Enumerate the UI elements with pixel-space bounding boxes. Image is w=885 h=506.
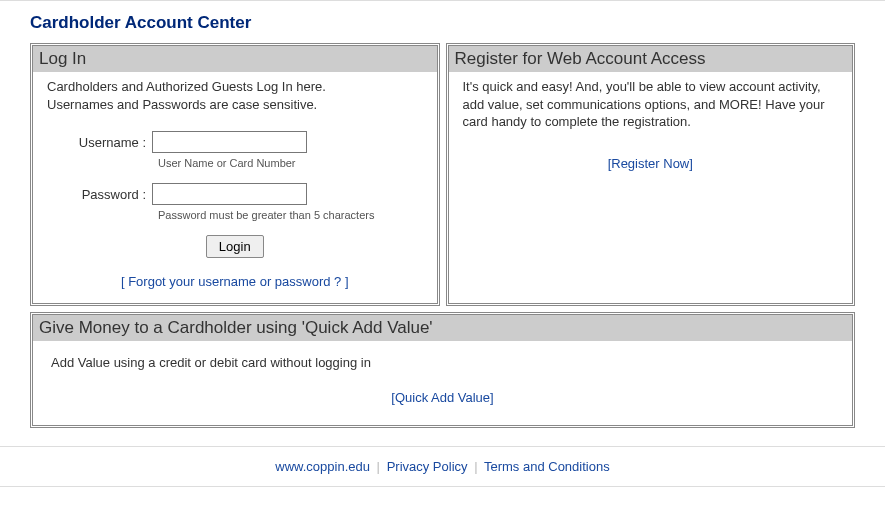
footer-link-privacy[interactable]: Privacy Policy — [387, 459, 468, 474]
register-now-link[interactable]: [Register Now] — [608, 156, 693, 171]
login-panel: Log In Cardholders and Authorized Guests… — [30, 43, 440, 306]
panels-grid: Log In Cardholders and Authorized Guests… — [30, 43, 855, 428]
login-button-row: Login — [47, 235, 423, 258]
username-row: Username : — [47, 131, 423, 153]
quick-add-header: Give Money to a Cardholder using 'Quick … — [33, 315, 852, 341]
top-panels-row: Log In Cardholders and Authorized Guests… — [30, 43, 855, 306]
username-input[interactable] — [152, 131, 307, 153]
quick-add-text: Add Value using a credit or debit card w… — [51, 355, 834, 370]
page-title: Cardholder Account Center — [30, 13, 855, 33]
quick-add-body: Add Value using a credit or debit card w… — [33, 341, 852, 425]
login-body: Cardholders and Authorized Guests Log In… — [33, 72, 437, 303]
register-body: It's quick and easy! And, you'll be able… — [449, 72, 853, 186]
register-link-row: [Register Now] — [463, 155, 839, 173]
quick-add-panel: Give Money to a Cardholder using 'Quick … — [30, 312, 855, 428]
footer: www.coppin.edu | Privacy Policy | Terms … — [0, 447, 885, 487]
login-instruction-line2: Usernames and Passwords are case sensiti… — [47, 96, 423, 114]
forgot-link[interactable]: [ Forgot your username or password ? ] — [121, 274, 349, 289]
login-instructions: Cardholders and Authorized Guests Log In… — [47, 78, 423, 113]
register-panel: Register for Web Account Access It's qui… — [446, 43, 856, 306]
main-content: Cardholder Account Center Log In Cardhol… — [0, 1, 885, 447]
login-instruction-line1: Cardholders and Authorized Guests Log In… — [47, 78, 423, 96]
quick-add-value-link[interactable]: [Quick Add Value] — [391, 390, 493, 405]
footer-separator: | — [474, 459, 477, 474]
footer-separator: | — [377, 459, 380, 474]
login-header: Log In — [33, 46, 437, 72]
quick-add-link-row: [Quick Add Value] — [51, 390, 834, 405]
register-header: Register for Web Account Access — [449, 46, 853, 72]
footer-link-terms[interactable]: Terms and Conditions — [484, 459, 610, 474]
register-text: It's quick and easy! And, you'll be able… — [463, 78, 839, 131]
login-button[interactable]: Login — [206, 235, 264, 258]
password-row: Password : — [47, 183, 423, 205]
page-wrapper: Cardholder Account Center Log In Cardhol… — [0, 0, 885, 487]
password-input[interactable] — [152, 183, 307, 205]
username-hint: User Name or Card Number — [158, 157, 423, 169]
forgot-link-row: [ Forgot your username or password ? ] — [47, 274, 423, 289]
username-label: Username : — [47, 135, 152, 150]
password-hint: Password must be greater than 5 characte… — [158, 209, 423, 221]
footer-link-site[interactable]: www.coppin.edu — [275, 459, 370, 474]
password-label: Password : — [47, 187, 152, 202]
